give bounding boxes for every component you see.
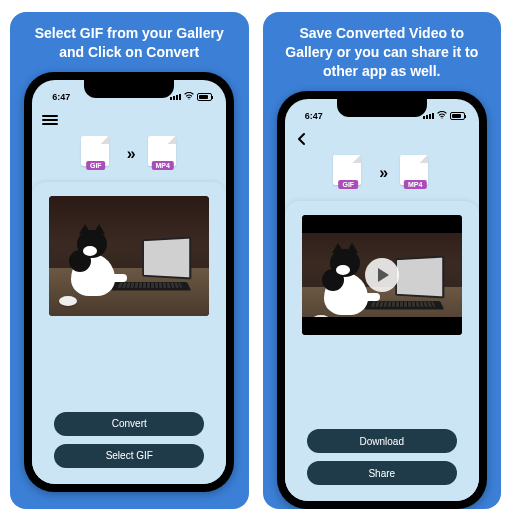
battery-icon xyxy=(450,112,465,120)
gif-label: GIF xyxy=(86,161,106,170)
mp4-label: MP4 xyxy=(152,161,174,170)
status-time: 6:47 xyxy=(305,111,323,121)
panel-caption: Save Converted Video to Gallery or you c… xyxy=(273,24,492,81)
app-screen: 6:47 GIF » xyxy=(32,80,226,484)
content-card: Download Share xyxy=(285,201,479,501)
phone-notch xyxy=(337,99,427,117)
share-button[interactable]: Share xyxy=(307,461,457,485)
arrow-icon: » xyxy=(127,145,132,163)
wifi-icon xyxy=(437,111,447,121)
status-icons xyxy=(423,111,465,121)
arrow-icon: » xyxy=(379,164,384,182)
letterbox xyxy=(302,215,462,233)
status-time: 6:47 xyxy=(52,92,70,102)
select-gif-button[interactable]: Select GIF xyxy=(54,444,204,468)
panel-caption: Select GIF from your Gallery and Click o… xyxy=(20,24,239,62)
wifi-icon xyxy=(184,92,194,102)
menu-icon[interactable] xyxy=(42,112,58,128)
convert-button[interactable]: Convert xyxy=(54,412,204,436)
status-icons xyxy=(170,92,212,102)
battery-icon xyxy=(197,93,212,101)
format-row: GIF » MP4 xyxy=(32,132,226,182)
mp4-file-icon: MP4 xyxy=(148,136,178,172)
letterbox xyxy=(302,317,462,335)
top-bar xyxy=(32,108,226,132)
gif-label: GIF xyxy=(338,180,358,189)
gif-file-icon: GIF xyxy=(333,155,363,191)
phone-notch xyxy=(84,80,174,98)
play-icon[interactable] xyxy=(365,258,399,292)
content-card: Convert Select GIF xyxy=(32,182,226,484)
mp4-label: MP4 xyxy=(404,180,426,189)
gif-preview[interactable] xyxy=(49,196,209,316)
signal-icon xyxy=(423,113,434,119)
download-button[interactable]: Download xyxy=(307,429,457,453)
gif-file-icon: GIF xyxy=(81,136,111,172)
video-preview[interactable] xyxy=(302,215,462,335)
back-icon[interactable] xyxy=(295,131,311,147)
app-screen: 6:47 GIF » xyxy=(285,99,479,501)
phone-frame: 6:47 GIF » xyxy=(277,91,487,509)
promo-panel-2: Save Converted Video to Gallery or you c… xyxy=(263,12,502,509)
promo-panel-1: Select GIF from your Gallery and Click o… xyxy=(10,12,249,509)
top-bar xyxy=(285,127,479,151)
format-row: GIF » MP4 xyxy=(285,151,479,201)
mp4-file-icon: MP4 xyxy=(400,155,430,191)
signal-icon xyxy=(170,94,181,100)
phone-frame: 6:47 GIF » xyxy=(24,72,234,492)
